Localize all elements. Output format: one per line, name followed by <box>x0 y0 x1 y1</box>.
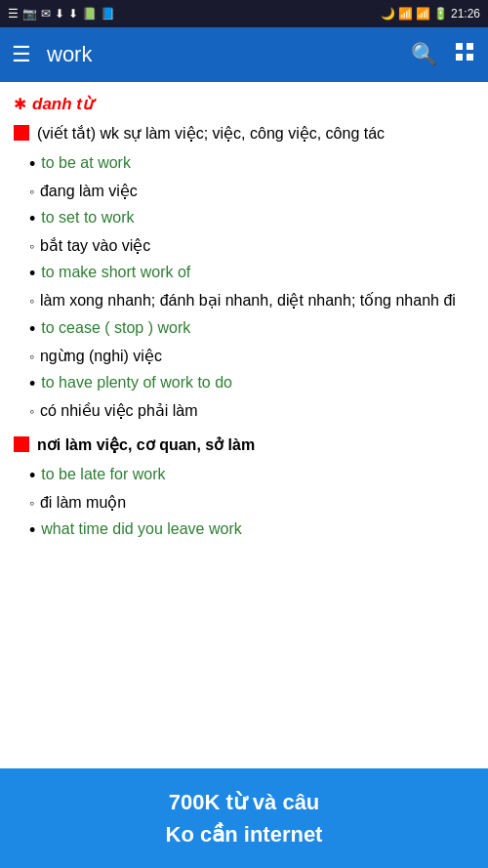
list-item: ◦ đang làm việc <box>25 180 474 204</box>
example-vn: có nhiều việc phải làm <box>40 402 198 419</box>
svg-rect-1 <box>467 43 473 50</box>
bullet-filled-icon: • <box>29 206 35 232</box>
svg-rect-2 <box>456 54 463 61</box>
list-item: • to be late for work <box>25 463 474 489</box>
entry-definition-1: (viết tắt) wk sự làm việc; việc, công vi… <box>37 122 385 145</box>
bullet-open-icon: ◦ <box>29 234 34 259</box>
part-of-speech-header: ✱ danh từ <box>14 94 474 114</box>
bullet-filled-icon: • <box>29 151 35 178</box>
clock: 21:26 <box>451 7 480 21</box>
icon-book1: 📗 <box>82 7 97 21</box>
entry-definition-2: nơi làm việc, cơ quan, sở làm <box>37 434 255 457</box>
entry-block-2: nơi làm việc, cơ quan, sở làm • to be la… <box>14 434 474 544</box>
example-en: to be late for work <box>41 466 165 482</box>
example-en: what time did you leave work <box>41 520 241 537</box>
examples-list-2: • to be late for work ◦ đi làm muộn • wh… <box>25 463 474 544</box>
search-icon[interactable]: 🔍 <box>411 42 437 67</box>
red-square-icon-2 <box>14 436 29 452</box>
bullet-filled-icon: • <box>29 261 35 287</box>
example-en: to cease ( stop ) work <box>41 319 190 336</box>
example-vn: đang làm việc <box>40 183 138 199</box>
wifi-icon: 📶 <box>398 7 413 21</box>
list-item: ◦ làm xong nhanh; đánh bại nhanh, diệt n… <box>25 289 474 313</box>
bullet-open-icon: ◦ <box>29 180 34 204</box>
bullet-open-icon: ◦ <box>29 345 34 369</box>
signal-icon: 📶 <box>416 7 430 21</box>
icon-camera: 📷 <box>22 7 37 21</box>
content-area: ✱ danh từ (viết tắt) wk sự làm việc; việ… <box>0 82 488 768</box>
list-item: • to have plenty of work to do <box>25 371 474 397</box>
list-item: • to set to work <box>25 206 474 232</box>
icon-mail: ✉ <box>41 7 51 21</box>
example-en: to have plenty of work to do <box>41 374 232 391</box>
list-item: ◦ ngừng (nghi) việc <box>25 345 474 369</box>
banner-line2: Ko cần internet <box>10 818 478 850</box>
list-item: ◦ bắt tay vào việc <box>25 234 474 259</box>
battery-icon: 🔋 <box>433 7 448 21</box>
bullet-filled-icon: • <box>29 463 35 489</box>
example-vn: ngừng (nghi) việc <box>40 348 162 364</box>
status-icons-left: ☰ 📷 ✉ ⬇ ⬇ 📗 📘 <box>8 7 115 21</box>
status-bar: ☰ 📷 ✉ ⬇ ⬇ 📗 📘 🌙 📶 📶 🔋 21:26 <box>0 0 488 27</box>
promo-banner: 700K từ và câu Ko cần internet <box>0 768 488 868</box>
bullet-filled-icon: • <box>29 517 35 544</box>
example-en: to make short work of <box>41 264 190 280</box>
red-square-icon <box>14 125 29 141</box>
page-title: work <box>47 42 395 67</box>
list-item: • to cease ( stop ) work <box>25 316 474 343</box>
svg-rect-3 <box>467 54 473 61</box>
example-vn: làm xong nhanh; đánh bại nhanh, diệt nha… <box>40 292 456 309</box>
list-item: ◦ đi làm muộn <box>25 491 474 516</box>
example-vn: bắt tay vào việc <box>40 237 150 254</box>
status-icons-right: 🌙 📶 📶 🔋 21:26 <box>381 7 480 21</box>
part-of-speech-label: danh từ <box>32 94 93 114</box>
list-item: • what time did you leave work <box>25 517 474 544</box>
bullet-filled-icon: • <box>29 316 35 343</box>
example-en: to set to work <box>41 209 134 226</box>
list-item: ◦ có nhiều việc phải làm <box>25 399 474 424</box>
star-icon: ✱ <box>14 95 26 113</box>
example-vn: đi làm muộn <box>40 494 126 511</box>
bullet-filled-icon: • <box>29 371 35 397</box>
grid-view-icon[interactable] <box>453 40 476 69</box>
entry-header-1: (viết tắt) wk sự làm việc; việc, công vi… <box>14 122 474 145</box>
entry-header-2: nơi làm việc, cơ quan, sở làm <box>14 434 474 457</box>
icon-download2: ⬇ <box>68 7 78 21</box>
example-en: to be at work <box>41 154 131 171</box>
list-item: • to make short work of <box>25 261 474 287</box>
bullet-open-icon: ◦ <box>29 491 34 516</box>
list-item: • to be at work <box>25 151 474 178</box>
moon-icon: 🌙 <box>381 7 395 21</box>
banner-line1: 700K từ và câu <box>10 786 478 818</box>
svg-rect-0 <box>456 43 463 50</box>
entry-block-1: (viết tắt) wk sự làm việc; việc, công vi… <box>14 122 474 424</box>
bullet-open-icon: ◦ <box>29 289 34 313</box>
icon-download1: ⬇ <box>55 7 64 21</box>
examples-list-1: • to be at work ◦ đang làm việc • to set… <box>25 151 474 424</box>
top-bar: ☰ work 🔍 <box>0 27 488 82</box>
icon-book2: 📘 <box>101 7 115 21</box>
icon-menu: ☰ <box>8 7 19 21</box>
hamburger-menu-icon[interactable]: ☰ <box>12 42 31 67</box>
bullet-open-icon: ◦ <box>29 399 34 424</box>
